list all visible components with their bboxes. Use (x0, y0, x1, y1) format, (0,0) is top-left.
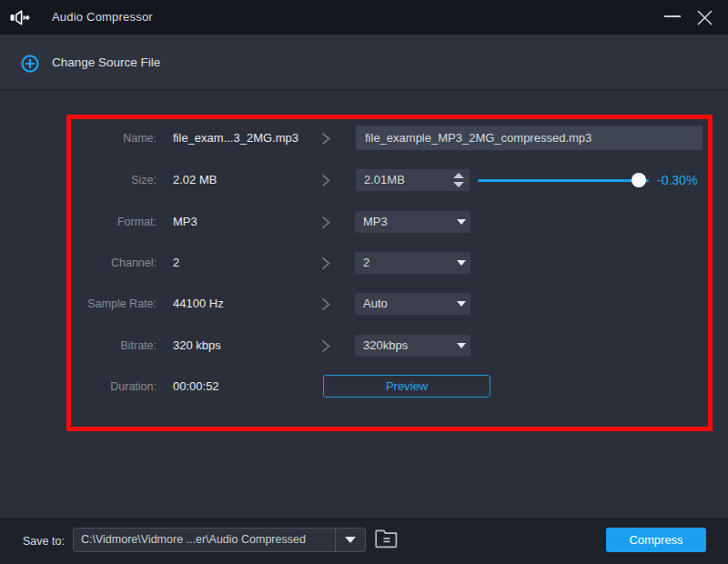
form-row-format: Format: MP3 MP3 (0, 209, 728, 235)
save-path-dropdown-caret-icon[interactable] (345, 537, 356, 543)
dropdown-caret-icon (457, 343, 466, 348)
chevron-right-icon (320, 297, 331, 311)
save-to-label: Save to: (23, 519, 65, 564)
bitrate-dropdown[interactable]: 320kbps (355, 335, 470, 357)
preview-button[interactable]: Preview (323, 375, 490, 398)
duration-value: 00:00:52 (173, 374, 219, 399)
header-band: Change Source File (0, 35, 728, 91)
title-bar: Audio Compressor (0, 0, 728, 35)
format-dropdown[interactable]: MP3 (355, 211, 470, 233)
browse-folder-button[interactable] (373, 529, 399, 550)
app-logo-speaker-icon (10, 6, 32, 28)
compress-button[interactable]: Compress (606, 528, 706, 552)
spinner-down-icon[interactable] (453, 182, 464, 187)
chevron-right-icon (320, 174, 331, 187)
save-path-input[interactable] (81, 529, 334, 551)
close-icon (696, 9, 713, 26)
form-row-channel: Channel: 2 2 (0, 250, 728, 276)
output-name-input[interactable] (356, 126, 703, 150)
size-reduction-percent: -0.30% (657, 167, 697, 193)
name-value: file_exam...3_2MG.mp3 (173, 126, 298, 151)
duration-label: Duration: (110, 374, 157, 399)
dropdown-caret-icon (457, 260, 466, 266)
change-source-file-button[interactable]: Change Source File (0, 35, 237, 89)
main-content: Name: file_exam...3_2MG.mp3 Size: 2.02 M… (0, 91, 728, 519)
size-value: 2.02 MB (173, 167, 217, 193)
window-title: Audio Compressor (52, 0, 153, 35)
bitrate-dropdown-value: 320kbps (363, 335, 408, 357)
close-button[interactable] (679, 0, 721, 35)
form-row-duration: Duration: 00:00:52 Preview (0, 374, 728, 399)
sample-rate-label: Sample Rate: (87, 291, 157, 317)
chevron-right-icon (320, 339, 331, 353)
channel-label: Channel: (111, 250, 157, 276)
bottom-bar: Save to: Compress (0, 519, 728, 564)
sample-rate-dropdown-value: Auto (363, 293, 388, 315)
format-label: Format: (117, 209, 157, 235)
slider-track (478, 179, 649, 182)
chevron-right-icon (320, 257, 331, 270)
dropdown-caret-icon (457, 219, 466, 225)
chevron-right-icon (320, 216, 331, 229)
size-spinner[interactable]: 2.01MB (356, 169, 470, 191)
bitrate-label: Bitrate: (120, 333, 157, 358)
spinner-up-icon[interactable] (453, 173, 464, 178)
combobox-divider (335, 529, 336, 551)
slider-handle[interactable] (632, 173, 646, 187)
channel-dropdown-value: 2 (363, 252, 369, 274)
dropdown-caret-icon (457, 301, 466, 307)
form-row-size: Size: 2.02 MB 2.01MB -0.30% (0, 167, 728, 193)
channel-dropdown[interactable]: 2 (355, 252, 470, 274)
size-spinner-value: 2.01MB (364, 169, 405, 191)
change-source-file-label: Change Source File (52, 35, 160, 91)
format-value: MP3 (173, 209, 197, 235)
sample-rate-dropdown[interactable]: Auto (355, 293, 470, 315)
channel-value: 2 (173, 250, 179, 276)
size-label: Size: (131, 167, 157, 193)
format-dropdown-value: MP3 (363, 211, 388, 233)
size-slider[interactable] (478, 167, 649, 193)
form-row-name: Name: file_exam...3_2MG.mp3 (0, 126, 728, 151)
save-path-combobox[interactable] (73, 528, 366, 552)
chevron-right-icon (320, 132, 331, 146)
form-row-bitrate: Bitrate: 320 kbps 320kbps (0, 333, 728, 358)
form-row-sample-rate: Sample Rate: 44100 Hz Auto (0, 291, 728, 317)
sample-rate-value: 44100 Hz (173, 291, 224, 317)
bitrate-value: 320 kbps (173, 333, 221, 358)
folder-icon (374, 529, 399, 549)
name-label: Name: (123, 126, 157, 151)
add-plus-icon (21, 55, 39, 73)
